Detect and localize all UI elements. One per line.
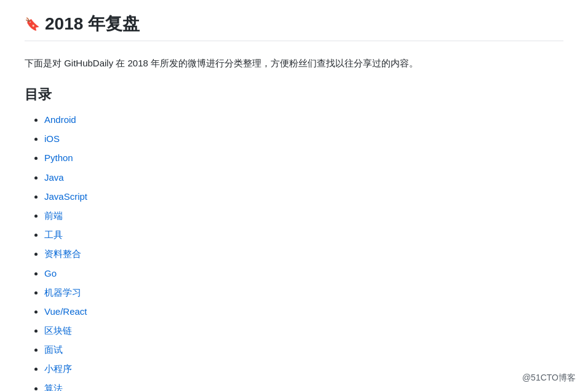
toc-link[interactable]: Android [44, 114, 76, 125]
toc-link[interactable]: JavaScript [44, 191, 87, 202]
list-item: Go [44, 265, 563, 282]
list-item: 区块链 [44, 322, 563, 339]
toc-link[interactable]: 机器学习 [44, 287, 81, 298]
list-item: Android [44, 111, 563, 128]
toc-link[interactable]: 工具 [44, 229, 63, 240]
toc-link[interactable]: 前端 [44, 210, 63, 221]
list-item: JavaScript [44, 188, 563, 205]
list-item: 面试 [44, 341, 563, 358]
list-item: 机器学习 [44, 284, 563, 301]
toc-link[interactable]: Go [44, 268, 57, 278]
toc-link[interactable]: 面试 [44, 344, 63, 355]
list-item: Vue/React [44, 303, 563, 320]
toc-link[interactable]: 资料整合 [44, 248, 81, 259]
list-item: Java [44, 169, 563, 186]
page-container: 🔖 2018 年复盘 下面是对 GitHubDaily 在 2018 年所发的微… [0, 0, 588, 391]
list-item: iOS [44, 130, 563, 147]
title-row: 🔖 2018 年复盘 [25, 12, 563, 41]
list-item: 工具 [44, 226, 563, 243]
description: 下面是对 GitHubDaily 在 2018 年所发的微博进行分类整理，方便粉… [25, 56, 563, 71]
toc-link[interactable]: Java [44, 172, 64, 183]
list-item: Python [44, 149, 563, 166]
footer-brand: @51CTO博客 [522, 373, 576, 384]
bookmark-icon: 🔖 [25, 17, 40, 31]
toc-link[interactable]: Vue/React [44, 306, 87, 317]
toc-link[interactable]: iOS [44, 133, 60, 144]
toc-link[interactable]: Python [44, 152, 73, 163]
list-item: 资料整合 [44, 245, 563, 262]
toc-link[interactable]: 区块链 [44, 325, 72, 336]
list-item: 算法 [44, 380, 563, 391]
toc-list: AndroidiOSPythonJavaJavaScript前端工具资料整合Go… [25, 111, 563, 391]
list-item: 前端 [44, 207, 563, 224]
toc-heading: 目录 [25, 85, 563, 104]
toc-link[interactable]: 小程序 [44, 363, 72, 374]
page-title: 2018 年复盘 [45, 12, 140, 36]
toc-link[interactable]: 算法 [44, 383, 63, 391]
list-item: 小程序 [44, 360, 563, 377]
